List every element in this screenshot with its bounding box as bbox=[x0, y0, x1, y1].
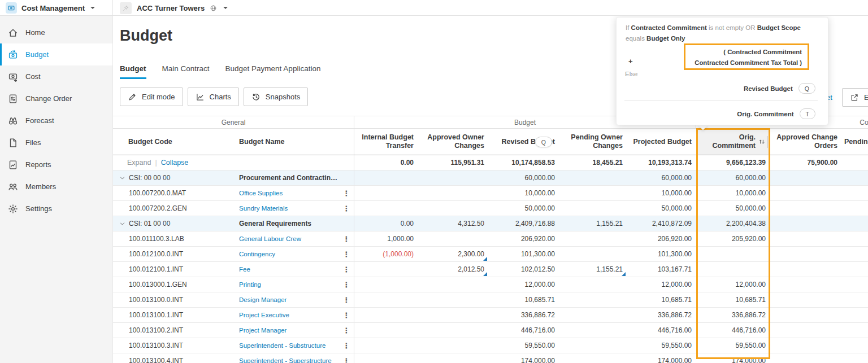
row-menu-kebab-icon[interactable]: ⋮ bbox=[339, 323, 354, 338]
cell-projected_budget: 103,167.71 bbox=[627, 262, 696, 277]
budget-item-row[interactable]: 100.012100.0.INTContingency⋮(1,000.00)2,… bbox=[113, 247, 868, 262]
row-menu-kebab-icon[interactable]: ⋮ bbox=[339, 277, 354, 292]
budget-item-row[interactable]: 100.013100.0.INTDesign Manager⋮10,685.71… bbox=[113, 292, 868, 308]
sidebar-item-files[interactable]: Files bbox=[0, 132, 112, 154]
expand-all-link[interactable]: Expand bbox=[127, 159, 151, 167]
app-name: Cost Management bbox=[21, 4, 85, 12]
charts-button[interactable]: Charts bbox=[188, 88, 239, 106]
column-header-revised_budget[interactable]: Revised BudgetQ bbox=[489, 129, 559, 155]
collapse-all-link[interactable]: Collapse bbox=[161, 159, 189, 167]
column-header-pending_owner_changes[interactable]: Pending Owner Changes bbox=[559, 129, 627, 155]
budget-name-link[interactable]: Office Supplies bbox=[239, 190, 339, 196]
budget-item-row[interactable]: 100.013100.2.INTProject Manager⋮446,716.… bbox=[113, 323, 868, 338]
totals-row: Expand|Collapse0.00115,951.3110,174,858.… bbox=[113, 155, 868, 170]
row-menu-kebab-icon[interactable]: ⋮ bbox=[339, 338, 354, 353]
budget-item-row[interactable]: 100.011100.3.LABGeneral Labour Crew⋮1,00… bbox=[113, 231, 868, 247]
budget-name-link[interactable]: Superintendent - Substructure bbox=[239, 342, 339, 349]
budget-name-link[interactable]: Contingency bbox=[239, 251, 339, 257]
column-header-budget_name[interactable]: Budget Name bbox=[237, 129, 339, 155]
budget-name-link[interactable]: Fee bbox=[239, 266, 339, 273]
budget-name-link[interactable]: Project Executive bbox=[239, 312, 339, 318]
budget-code: 100.013100.2.INT bbox=[129, 326, 183, 334]
sidebar-item-change-order[interactable]: Change Order bbox=[0, 88, 112, 110]
export-button[interactable]: Ex bbox=[842, 88, 868, 107]
column-header-pending[interactable]: Pending bbox=[842, 129, 868, 155]
row-menu-kebab-icon[interactable]: ⋮ bbox=[339, 262, 354, 277]
column-header-row_menu bbox=[339, 129, 354, 155]
sidebar-item-cost[interactable]: Cost bbox=[0, 65, 112, 88]
budget-item-row[interactable]: 100.013100.3.INTSuperintendent - Substru… bbox=[113, 338, 868, 353]
column-header-approved_change_orders[interactable]: Approved Change Orders bbox=[770, 129, 842, 155]
total-approved_owner_changes: 115,951.31 bbox=[418, 155, 489, 170]
cell-pending_owner_changes bbox=[559, 186, 627, 200]
snapshots-button[interactable]: Snapshots bbox=[244, 88, 308, 106]
budget-item-row[interactable]: 100.012100.1.INTFee⋮2,012.50102,012.501,… bbox=[113, 262, 868, 277]
budget-name-link[interactable]: Project Manager bbox=[239, 327, 339, 334]
sidebar-item-budget[interactable]: Budget bbox=[0, 43, 112, 65]
budget-name-cell: Sundry Materials bbox=[237, 201, 339, 216]
row-menu-kebab-icon[interactable]: ⋮ bbox=[339, 231, 354, 246]
row-menu-kebab-icon[interactable]: ⋮ bbox=[339, 292, 354, 307]
column-header-projected_budget[interactable]: Projected Budget bbox=[627, 129, 696, 155]
cell-pending bbox=[842, 170, 868, 185]
sidebar-item-reports[interactable]: Reports bbox=[0, 154, 112, 176]
cell-approved_owner_changes bbox=[418, 308, 489, 322]
row-menu-kebab-icon[interactable]: ⋮ bbox=[339, 308, 354, 322]
row-menu-kebab-icon[interactable]: ⋮ bbox=[339, 353, 354, 363]
column-header-approved_owner_changes[interactable]: Approved Owner Changes bbox=[418, 129, 489, 155]
tab-main-contract[interactable]: Main Contract bbox=[162, 64, 210, 79]
chevron-down-icon[interactable] bbox=[119, 175, 125, 181]
budget-code: 100.013100.0.INT bbox=[129, 296, 183, 304]
budget-item-row[interactable]: 100.013100.4.INTSuperintendent - Superst… bbox=[113, 353, 868, 363]
cell-orig_commitment: 336,886.72 bbox=[696, 308, 770, 322]
column-header-internal_budget_transfer[interactable]: Internal Budget Transfer bbox=[354, 129, 418, 155]
export-label: Ex bbox=[864, 93, 868, 102]
sidebar-item-members[interactable]: Members bbox=[0, 176, 112, 198]
sort-icon[interactable] bbox=[758, 138, 766, 146]
cell-pending_owner_changes bbox=[559, 338, 627, 353]
budget-group-row[interactable]: CSI: 01 00 00General Requirements0.004,3… bbox=[113, 216, 868, 231]
app-switcher[interactable]: Cost Management bbox=[6, 0, 95, 16]
budget-group-name: Procurement and Contracting Requir bbox=[239, 174, 339, 182]
cell-projected_budget: 336,886.72 bbox=[627, 308, 696, 322]
column-label: Pending bbox=[844, 138, 868, 146]
sidebar-item-settings[interactable]: Settings bbox=[0, 198, 112, 220]
project-selector[interactable]: ACC Turner Towers bbox=[120, 0, 228, 16]
column-resize-handle[interactable] bbox=[767, 136, 768, 148]
cell-internal_budget_transfer bbox=[354, 338, 418, 353]
cell-pending_owner_changes bbox=[559, 308, 627, 322]
budget-name-link[interactable]: Sundry Materials bbox=[239, 205, 339, 212]
row-menu-kebab-icon[interactable]: ⋮ bbox=[339, 201, 354, 216]
row-menu-kebab-icon[interactable]: ⋮ bbox=[339, 186, 354, 200]
budget-name-link[interactable]: Superintendent - Superstructure bbox=[239, 357, 339, 363]
column-group-general: General bbox=[113, 116, 354, 128]
budget-name-link[interactable]: Design Manager bbox=[239, 296, 339, 303]
cell-revised_budget: 446,716.00 bbox=[489, 323, 559, 338]
column-header-orig_commitment[interactable]: Orig. Commitment bbox=[696, 129, 770, 155]
sidebar-item-home[interactable]: Home bbox=[0, 21, 112, 43]
tab-budget-payment-application[interactable]: Budget Payment Application bbox=[225, 64, 321, 79]
budget-group-row[interactable]: CSI: 00 00 00Procurement and Contracting… bbox=[113, 170, 868, 186]
budget-item-row[interactable]: 100.007200.2.GENSundry Materials⋮50,000.… bbox=[113, 201, 868, 216]
budget-item-row[interactable]: 100.013000.1.GENPrinting⋮12,000.0012,000… bbox=[113, 277, 868, 292]
budget-name-cell: Project Manager bbox=[237, 323, 339, 338]
sidebar-item-forecast[interactable]: Forecast bbox=[0, 110, 112, 132]
budget-code: 100.013100.1.INT bbox=[129, 311, 183, 319]
budget-name-link[interactable]: General Labour Crew bbox=[239, 235, 339, 242]
total-orig_commitment: 9,656,123.39 bbox=[696, 155, 770, 170]
chevron-down-icon[interactable] bbox=[119, 221, 125, 227]
edit-mode-button[interactable]: Edit mode bbox=[120, 88, 183, 106]
cell-pending bbox=[842, 277, 868, 292]
budget-name-link[interactable]: Printing bbox=[239, 281, 339, 288]
export-icon bbox=[850, 93, 859, 102]
toolbar: Edit modeChartsSnapshots bbox=[120, 88, 308, 106]
cell-internal_budget_transfer bbox=[354, 201, 418, 216]
tab-budget[interactable]: Budget bbox=[120, 64, 146, 79]
cell-revised_budget: 336,886.72 bbox=[489, 308, 559, 322]
budget-code-cell: 100.013100.1.INT bbox=[113, 308, 237, 322]
budget-item-row[interactable]: 100.007200.0.MATOffice Supplies⋮10,000.0… bbox=[113, 186, 868, 201]
row-menu-kebab-icon[interactable]: ⋮ bbox=[339, 247, 354, 261]
column-header-row: Budget CodeBudget NameInternal Budget Tr… bbox=[113, 129, 868, 155]
budget-item-row[interactable]: 100.013100.1.INTProject Executive⋮336,88… bbox=[113, 308, 868, 323]
column-header-budget_code[interactable]: Budget Code bbox=[113, 129, 237, 155]
